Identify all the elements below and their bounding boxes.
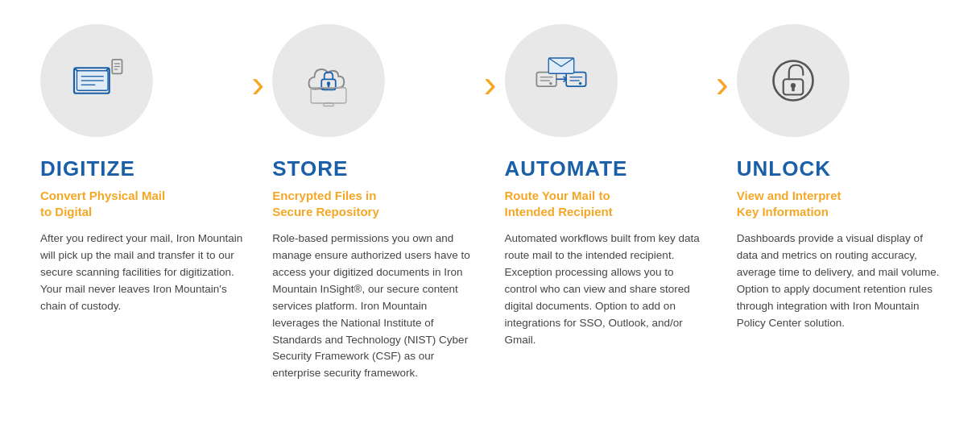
svg-point-22	[549, 82, 552, 85]
arrow-1: ›	[251, 24, 264, 103]
arrow-icon-1: ›	[251, 64, 264, 103]
step-body-unlock: Dashboards provide a visual display of d…	[737, 231, 940, 332]
step-heading-store: STORE	[272, 156, 348, 181]
cloud-lock-icon	[300, 52, 357, 109]
step-body-automate: Automated workflows built from key data …	[505, 231, 708, 348]
icon-circle-automate	[505, 24, 618, 137]
svg-rect-11	[328, 84, 330, 87]
step-icon-row-unlock	[737, 24, 940, 137]
step-body-digitize: After you redirect your mail, Iron Mount…	[40, 231, 243, 315]
mail-scan-icon	[68, 52, 125, 109]
arrow-icon-3: ›	[716, 64, 729, 103]
svg-point-23	[578, 82, 581, 85]
step-icon-row-digitize	[40, 24, 243, 137]
arrow-3: ›	[716, 24, 729, 103]
step-heading-automate: AUTOMATE	[505, 156, 628, 181]
step-subheading-automate: Route Your Mail toIntended Recipient	[505, 188, 613, 219]
step-heading-digitize: DIGITIZE	[40, 156, 135, 181]
svg-rect-15	[536, 73, 556, 87]
svg-rect-14	[324, 103, 333, 106]
step-icon-row-automate	[505, 24, 708, 137]
step-unlock: UNLOCK View and InterpretKey Information…	[729, 24, 948, 332]
padlock-icon	[765, 52, 821, 109]
arrow-icon-2: ›	[484, 64, 497, 103]
step-icon-row-store	[272, 24, 475, 137]
step-heading-unlock: UNLOCK	[737, 156, 831, 181]
step-body-store: Role-based permissions you own and manag…	[272, 231, 475, 382]
mail-route-icon	[533, 52, 589, 109]
svg-rect-16	[566, 73, 586, 87]
flow-container: DIGITIZE Convert Physical Mailto Digital…	[32, 24, 948, 382]
step-subheading-store: Encrypted Files inSecure Repository	[272, 188, 379, 219]
step-subheading-unlock: View and InterpretKey Information	[737, 188, 841, 219]
step-subheading-digitize: Convert Physical Mailto Digital	[40, 188, 165, 219]
step-automate: AUTOMATE Route Your Mail toIntended Reci…	[497, 24, 716, 348]
step-digitize: DIGITIZE Convert Physical Mailto Digital…	[32, 24, 251, 315]
step-store: STORE Encrypted Files inSecure Repositor…	[264, 24, 483, 382]
arrow-2: ›	[484, 24, 497, 103]
svg-rect-28	[792, 87, 795, 91]
icon-circle-digitize	[40, 24, 153, 137]
icon-circle-unlock	[737, 24, 850, 137]
icon-circle-store	[272, 24, 385, 137]
